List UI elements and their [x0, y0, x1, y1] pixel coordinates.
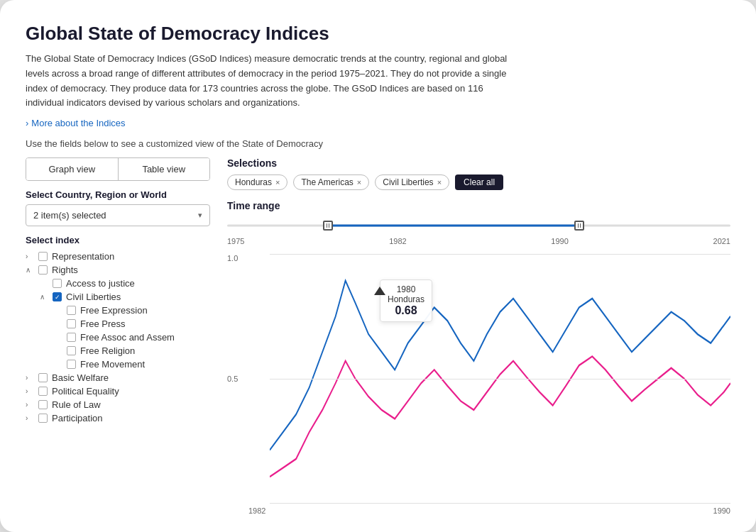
chip-remove-icon[interactable]: ×: [275, 178, 280, 187]
app-container: Global State of Democracy Indices The Gl…: [0, 0, 756, 532]
table-view-button[interactable]: Table view: [119, 158, 210, 180]
chart-wrapper: 1.0 0.5: [227, 254, 730, 515]
tree-item-political-equality[interactable]: › Political Equality: [26, 384, 210, 398]
checkbox-free-assoc[interactable]: [67, 333, 76, 342]
checkbox-free-religion[interactable]: [67, 346, 76, 355]
checkbox-civil-liberties[interactable]: [53, 292, 62, 301]
time-label-1975: 1975: [227, 237, 244, 245]
fields-instruction: Use the fields below to see a customized…: [26, 138, 730, 149]
time-label-1990: 1990: [551, 237, 568, 245]
chevron-down-icon: ▾: [198, 211, 202, 220]
x-label-1982: 1982: [248, 506, 265, 515]
y-label-0.5: 0.5: [227, 375, 238, 383]
x-label-1990: 1990: [713, 506, 730, 515]
tree-label-representation: Representation: [52, 251, 114, 262]
checkbox-free-expression[interactable]: [67, 306, 76, 315]
checkbox-rule-of-law[interactable]: [38, 400, 48, 409]
expand-icon[interactable]: ›: [26, 414, 34, 422]
chip-label: The Americas: [301, 177, 353, 187]
pink-line: [270, 357, 730, 477]
tree-label-free-movement: Free Movement: [80, 359, 145, 370]
tree-label-civil-liberties: Civil Liberties: [66, 292, 121, 302]
chevron-right-icon: ›: [26, 118, 28, 128]
chip-remove-icon[interactable]: ×: [437, 178, 442, 187]
chip-label: Civil Liberties: [383, 177, 433, 187]
more-link[interactable]: › More about the Indices: [26, 118, 730, 128]
checkbox-rights[interactable]: [38, 265, 48, 275]
tree-label-participation: Participation: [52, 413, 103, 423]
chip-honduras[interactable]: Honduras ×: [227, 174, 287, 190]
index-section-label: Select index: [26, 235, 210, 245]
expand-icon[interactable]: ∧: [26, 266, 34, 274]
page-description: The Global State of Democracy Indices (G…: [26, 52, 508, 111]
tree-item-free-assoc[interactable]: › Free Assoc and Assem: [54, 331, 210, 344]
slider-right-handle[interactable]: [574, 221, 584, 231]
tree-label-political-equality: Political Equality: [52, 386, 119, 397]
expand-icon[interactable]: ›: [26, 387, 34, 395]
tree-item-free-religion[interactable]: › Free Religion: [54, 344, 210, 358]
slider-left-handle[interactable]: [323, 221, 333, 231]
time-labels: 1975 1982 1990 2021: [227, 237, 730, 245]
tree-item-free-press[interactable]: › Free Press: [54, 317, 210, 331]
rights-children: › Access to justice ∧ Civil Liberties ›: [40, 277, 210, 371]
chip-americas[interactable]: The Americas ×: [293, 174, 369, 190]
view-toggle: Graph view Table view: [26, 157, 210, 181]
tree-item-rule-of-law[interactable]: › Rule of Law: [26, 398, 210, 411]
tree-item-access-justice[interactable]: › Access to justice: [40, 277, 210, 290]
tree-label-access-justice: Access to justice: [66, 278, 135, 289]
tree-label-rule-of-law: Rule of Law: [52, 399, 101, 410]
gridline-bottom: [270, 503, 730, 504]
tree-label-basic-welfare: Basic Welfare: [52, 372, 109, 383]
selections-label: Selections: [227, 157, 730, 169]
slider-range: [328, 225, 580, 227]
tree-label-rights: Rights: [52, 265, 78, 275]
tree-item-civil-liberties[interactable]: ∧ Civil Liberties: [40, 290, 210, 304]
index-select-section: Select index › Representation ∧ Rights ›: [26, 235, 210, 515]
time-label-1982: 1982: [389, 237, 406, 245]
checkbox-free-press[interactable]: [67, 319, 76, 328]
graph-view-button[interactable]: Graph view: [26, 158, 119, 180]
tree-item-free-movement[interactable]: › Free Movement: [54, 358, 210, 371]
tree-label-free-expression: Free Expression: [80, 305, 148, 316]
tooltip-cursor-icon: [374, 287, 385, 295]
tree-item-rights[interactable]: ∧ Rights: [26, 263, 210, 277]
tree-label-free-religion: Free Religion: [80, 345, 135, 356]
tree-item-basic-welfare[interactable]: › Basic Welfare: [26, 371, 210, 384]
chip-civil-liberties[interactable]: Civil Liberties ×: [375, 174, 449, 190]
page-title: Global State of Democracy Indices: [26, 23, 730, 45]
checkbox-access-justice[interactable]: [53, 279, 62, 288]
tree-label-free-press: Free Press: [80, 318, 126, 329]
chip-label: Honduras: [235, 177, 272, 187]
checkbox-representation[interactable]: [38, 252, 48, 261]
chart-area: 1980 Honduras 0.68: [270, 254, 730, 504]
time-range-label: Time range: [227, 200, 730, 211]
tree-item-free-expression[interactable]: › Free Expression: [54, 304, 210, 317]
checkbox-free-movement[interactable]: [67, 360, 76, 369]
time-range-slider[interactable]: [227, 217, 730, 234]
gridline-top: [270, 254, 730, 255]
y-label-1.0: 1.0: [227, 254, 238, 262]
tree-item-participation[interactable]: › Participation: [26, 411, 210, 425]
main-content: Graph view Table view Select Country, Re…: [26, 157, 730, 515]
chip-remove-icon[interactable]: ×: [357, 178, 361, 187]
tree-label-free-assoc: Free Assoc and Assem: [80, 332, 175, 343]
country-section-label: Select Country, Region or World: [26, 189, 210, 200]
country-dropdown[interactable]: 2 item(s) selected ▾: [26, 204, 210, 226]
right-panel: Selections Honduras × The Americas × Civ…: [227, 157, 730, 515]
tree-item-representation[interactable]: › Representation: [26, 250, 210, 263]
gridline-mid: [270, 379, 730, 379]
civil-liberties-children: › Free Expression › Free Press ›: [54, 304, 210, 371]
expand-icon[interactable]: ›: [26, 253, 34, 260]
chart-x-labels: 1982 1990: [248, 504, 730, 515]
checkbox-basic-welfare[interactable]: [38, 373, 48, 382]
clear-all-button[interactable]: Clear all: [455, 174, 503, 190]
checkbox-participation[interactable]: [38, 414, 48, 423]
chips-row: Honduras × The Americas × Civil Libertie…: [227, 174, 730, 190]
expand-icon[interactable]: ∧: [40, 293, 48, 301]
checkbox-political-equality[interactable]: [38, 387, 48, 396]
time-label-2021: 2021: [713, 237, 730, 245]
blue-line: [270, 281, 730, 450]
left-panel: Graph view Table view Select Country, Re…: [26, 157, 210, 515]
expand-icon[interactable]: ›: [26, 374, 34, 382]
expand-icon[interactable]: ›: [26, 401, 34, 409]
